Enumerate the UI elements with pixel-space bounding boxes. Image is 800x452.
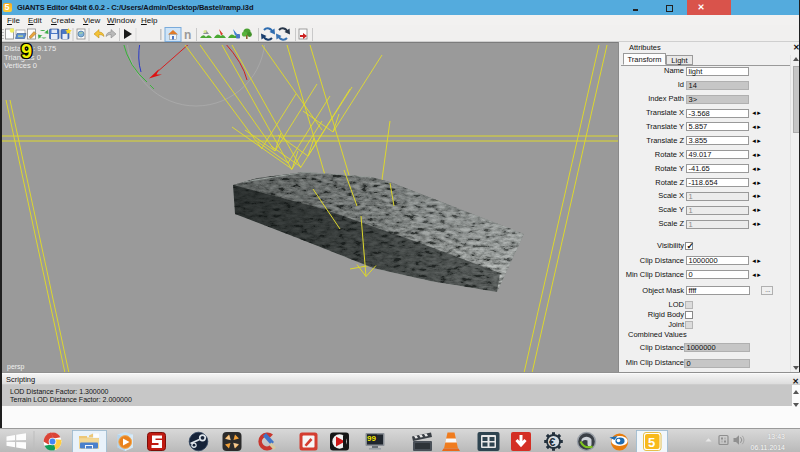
svg-text:n: n <box>184 27 191 41</box>
svg-text:€: € <box>549 435 556 447</box>
svg-text:5: 5 <box>648 434 655 449</box>
svg-text:99: 99 <box>367 434 376 443</box>
